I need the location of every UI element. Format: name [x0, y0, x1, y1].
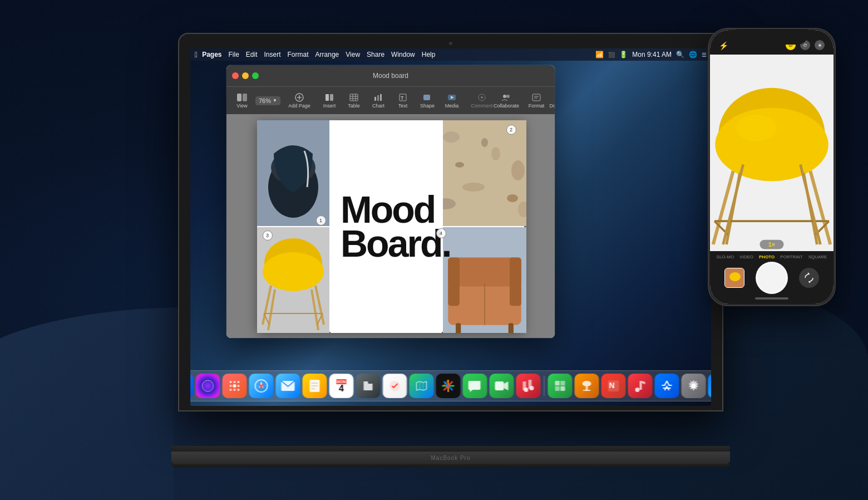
chart-button[interactable]: Chart: [367, 91, 389, 111]
text-icon: T: [397, 93, 408, 102]
insert-button[interactable]: Insert: [318, 91, 341, 111]
dock-icon-messages[interactable]: [463, 374, 487, 398]
add-page-button[interactable]: Add Page: [288, 91, 310, 111]
svg-point-38: [511, 160, 525, 180]
dock-icon-safari[interactable]: [249, 374, 274, 398]
menu-edit[interactable]: Edit: [246, 51, 258, 58]
svg-rect-17: [423, 95, 430, 100]
table-button[interactable]: Table: [343, 91, 365, 111]
dock-icon-photos[interactable]: [436, 374, 461, 398]
dock-icon-news[interactable]: N: [601, 374, 626, 398]
dock-icon-files[interactable]: [356, 374, 381, 398]
mode-slomo[interactable]: SLO-MO: [717, 254, 734, 259]
dock-icon-calendar[interactable]: MON 4: [329, 374, 354, 398]
mode-photo[interactable]: PHOTO: [759, 254, 775, 259]
dock-icon-launchpad[interactable]: [223, 374, 247, 398]
format-label: Format: [529, 103, 545, 109]
cell-yellow-chair: [257, 227, 329, 333]
svg-point-93: [230, 381, 232, 383]
siri-icon[interactable]: 🌐: [689, 51, 697, 58]
comment-button[interactable]: Comment: [471, 91, 493, 111]
insert-icon: [324, 93, 335, 102]
mode-square[interactable]: SQUARE: [808, 254, 827, 259]
macbook-display:  Pages File Edit Insert Format Arrange …: [178, 33, 723, 411]
dock-icon-music[interactable]: [628, 374, 653, 398]
svg-point-141: [715, 108, 828, 182]
home-bar: [755, 297, 788, 300]
dock-icon-maps[interactable]: [410, 374, 434, 398]
shape-button[interactable]: Shape: [416, 91, 438, 111]
volume-down-button[interactable]: [708, 96, 709, 112]
comment-icon: [476, 93, 487, 102]
shape-label: Shape: [420, 103, 435, 109]
clock: Mon 9:41 AM: [632, 51, 672, 58]
page-canvas[interactable]: Mood Board.: [257, 120, 524, 332]
shutter-button[interactable]: [756, 262, 788, 294]
flip-camera-button[interactable]: [799, 268, 819, 288]
base-panel: MacBook Pro: [171, 452, 730, 464]
mode-video[interactable]: VIDEO: [739, 254, 753, 259]
apple-menu[interactable]: : [195, 50, 198, 59]
comment-label: Comment: [471, 103, 492, 109]
hinge: [171, 446, 730, 452]
dock-icon-keynote[interactable]: [575, 374, 599, 398]
document-button[interactable]: Document: [550, 91, 555, 111]
svg-point-95: [238, 381, 240, 383]
svg-point-21: [481, 96, 483, 99]
dock-icon-numbers[interactable]: [548, 374, 573, 398]
minimize-button[interactable]: [242, 72, 249, 79]
menu-arrange[interactable]: Arrange: [315, 51, 339, 58]
airplay-icon: ⬛: [608, 52, 615, 58]
svg-point-101: [238, 389, 240, 391]
menu-view[interactable]: View: [346, 51, 360, 58]
notification-icon[interactable]: ☰: [702, 52, 707, 58]
document-label: Document: [549, 103, 555, 109]
iphone-flash-icon: ☀: [815, 40, 825, 50]
dock-icon-facetime[interactable]: [490, 374, 514, 398]
dock-icon-downloads[interactable]: [708, 374, 712, 398]
iphone-notch: [736, 29, 808, 45]
close-button[interactable]: [232, 72, 239, 79]
iphone-bolt-icon: ⚡: [719, 41, 728, 50]
dock-icon-mail[interactable]: [276, 374, 300, 398]
volume-up-button[interactable]: [708, 73, 709, 90]
menu-window[interactable]: Window: [391, 51, 415, 58]
svg-rect-131: [583, 390, 591, 391]
iphone-screen: ⚡ ⊙ ⏱ ☀: [710, 30, 834, 304]
dock-icon-reminders[interactable]: [383, 374, 407, 398]
macbook:  Pages File Edit Insert Format Arrange …: [178, 33, 723, 467]
menubar-items: File Edit Insert Format Arrange View Sha…: [228, 51, 435, 58]
maximize-button[interactable]: [252, 72, 259, 79]
zoom-control[interactable]: 76% ▼: [255, 96, 280, 105]
text-button[interactable]: T Text: [392, 91, 414, 111]
search-icon[interactable]: 🔍: [676, 51, 684, 58]
view-button[interactable]: View: [231, 91, 253, 111]
iphone-photo-area[interactable]: 1×: [710, 55, 834, 251]
dock-icon-finder[interactable]: [190, 374, 194, 398]
power-button[interactable]: [835, 85, 836, 112]
dock-icon-sysprefs[interactable]: [682, 374, 706, 398]
traffic-lights: [232, 72, 259, 79]
media-button[interactable]: Media: [441, 91, 463, 111]
callout-1: 1: [316, 215, 326, 226]
svg-rect-13: [377, 95, 379, 101]
app-name[interactable]: Pages: [202, 51, 221, 58]
photo-thumbnail[interactable]: [724, 268, 744, 288]
dock-icon-itunes[interactable]: [516, 374, 541, 398]
dock-icon-notes[interactable]: [303, 374, 327, 398]
menu-insert[interactable]: Insert: [264, 51, 281, 58]
media-icon: [446, 93, 457, 102]
menu-share[interactable]: Share: [367, 51, 384, 58]
dock-icon-appstore[interactable]: [655, 374, 679, 398]
menu-format[interactable]: Format: [288, 51, 309, 58]
chart-label: Chart: [372, 103, 384, 109]
format-button[interactable]: Format: [525, 91, 548, 111]
collaborate-button[interactable]: Collaborate: [495, 91, 517, 111]
menu-help[interactable]: Help: [422, 51, 436, 58]
svg-point-96: [230, 385, 232, 387]
menu-file[interactable]: File: [228, 51, 239, 58]
battery-icon: 🔋: [619, 51, 628, 58]
iphone-photo-svg: 1×: [710, 55, 834, 251]
mode-portrait[interactable]: PORTRAIT: [780, 254, 802, 259]
dock-icon-siri[interactable]: [196, 374, 220, 398]
